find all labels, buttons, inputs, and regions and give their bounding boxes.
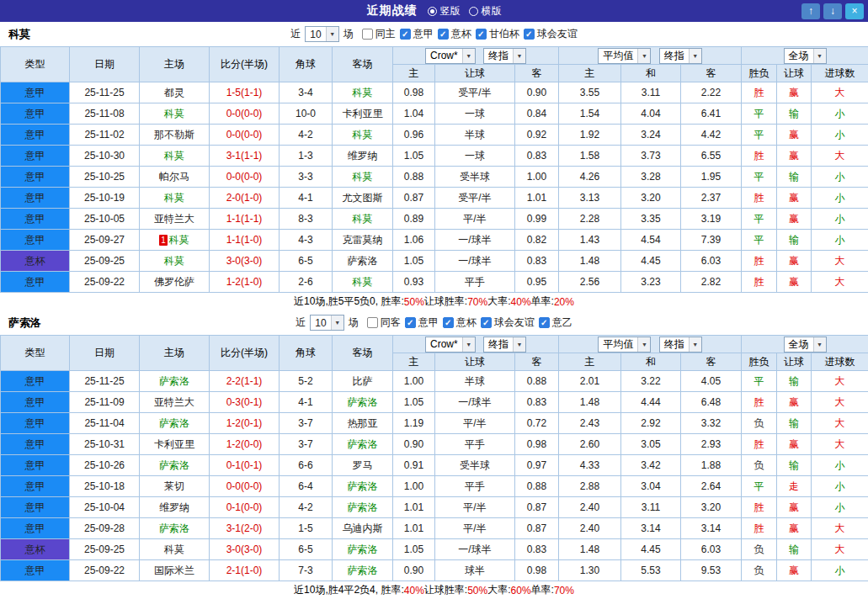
asian-home-odds-cell: 0.88 xyxy=(393,167,435,188)
summary-text: 单率: xyxy=(531,294,554,309)
handicap-result-cell: 赢 xyxy=(777,82,812,103)
date-cell: 25-11-25 xyxy=(70,82,140,103)
result-cell: 平 xyxy=(742,167,777,188)
corner-cell: 4-1 xyxy=(280,188,333,209)
col-euro-home: 主 xyxy=(559,65,621,82)
corner-cell: 4-2 xyxy=(280,125,333,146)
asian-handicap-cell: 平/半 xyxy=(435,497,515,518)
radio-icon[interactable] xyxy=(469,7,478,16)
checkbox-icon[interactable] xyxy=(400,29,411,40)
home-team-cell: 萨索洛 xyxy=(140,455,210,476)
asian-handicap-cell: 一球 xyxy=(435,103,515,125)
euro-final-select[interactable]: 终指 xyxy=(659,48,702,64)
euro-home-odds-cell: 1.58 xyxy=(559,146,621,167)
match-row: 意甲25-11-02那不勒斯0-0(0-0)4-2科莫0.96半球0.921.9… xyxy=(1,125,868,146)
col-home: 主场 xyxy=(140,47,210,82)
euro-away-odds-cell: 4.42 xyxy=(681,125,742,146)
asian-handicap-cell: 球半 xyxy=(435,560,515,581)
euro-draw-odds-cell: 3.14 xyxy=(621,518,681,539)
filter-option[interactable]: 球会友谊 xyxy=(481,315,535,330)
filter-option[interactable]: 同主 xyxy=(362,27,396,41)
filter-option[interactable]: 意杯 xyxy=(438,27,471,41)
checkbox-icon[interactable] xyxy=(443,317,454,328)
recent-count-select[interactable]: 10 xyxy=(305,26,338,42)
view-mode-radio[interactable]: 竖版 xyxy=(428,4,461,19)
checkbox-icon[interactable] xyxy=(481,317,492,328)
corner-cell: 10-0 xyxy=(280,103,333,125)
odds-company-select[interactable]: Crow* xyxy=(425,337,476,353)
score-cell: 2-2(1-1) xyxy=(210,371,280,392)
euro-home-odds-cell: 1.48 xyxy=(559,251,621,272)
checkbox-icon[interactable] xyxy=(405,317,416,328)
home-team-name: 维罗纳 xyxy=(159,501,189,513)
recent-label: 近 xyxy=(290,27,301,41)
league-filters: 同客意甲意杯球会友谊意乙 xyxy=(363,315,572,330)
move-up-button[interactable]: ↑ xyxy=(801,3,820,19)
goals-cell: 小 xyxy=(812,230,868,251)
asian-away-odds-cell: 0.98 xyxy=(515,560,559,581)
home-team-name: 亚特兰大 xyxy=(154,396,194,408)
filter-option[interactable]: 意乙 xyxy=(539,315,572,330)
handicap-result-cell: 赢 xyxy=(777,251,812,272)
move-down-button[interactable]: ↓ xyxy=(823,3,842,19)
filter-option[interactable]: 同客 xyxy=(367,315,401,330)
asian-home-odds-cell: 1.01 xyxy=(393,497,435,518)
match-row: 意甲25-11-04萨索洛1-2(0-1)3-7热那亚1.19平/半0.722.… xyxy=(1,413,868,434)
team-name: 科莫 xyxy=(8,27,30,42)
scope-select[interactable]: 全场 xyxy=(784,48,827,64)
match-row: 意甲25-09-22国际米兰2-1(1-0)7-3萨索洛0.90球半0.981.… xyxy=(1,560,868,581)
filter-option[interactable]: 球会友谊 xyxy=(524,27,578,41)
euro-average-select[interactable]: 平均值 xyxy=(598,337,651,353)
summary-text: 70% xyxy=(554,585,574,596)
asian-away-odds-cell: 0.83 xyxy=(515,146,559,167)
asian-away-odds-cell: 0.90 xyxy=(515,82,559,103)
euro-away-odds-cell: 9.53 xyxy=(681,560,742,581)
euro-average-select[interactable]: 平均值 xyxy=(598,48,651,64)
home-team-cell: 莱切 xyxy=(140,476,210,497)
away-team-name: 萨索洛 xyxy=(348,543,378,555)
checkbox-icon[interactable] xyxy=(438,29,449,40)
euro-away-odds-cell: 1.95 xyxy=(681,167,742,188)
filter-option[interactable]: 意杯 xyxy=(443,315,477,330)
league-cell: 意杯 xyxy=(1,539,70,560)
checkbox-icon[interactable] xyxy=(476,29,487,40)
recent-results-window: 近期战绩 竖版横版 ↑ ↓ × 科莫 近 10 场 同主意甲意杯甘伯杯球会友谊 xyxy=(0,0,868,615)
checkbox-icon[interactable] xyxy=(524,29,535,40)
euro-final-select[interactable]: 终指 xyxy=(659,337,702,353)
asian-final-select[interactable]: 终指 xyxy=(483,48,526,64)
radio-icon[interactable] xyxy=(428,7,437,16)
filter-option[interactable]: 意甲 xyxy=(400,27,434,41)
scope-select[interactable]: 全场 xyxy=(784,337,827,353)
euro-home-odds-cell: 1.48 xyxy=(559,392,621,413)
checkbox-icon[interactable] xyxy=(362,29,373,40)
odds-company-select[interactable]: Crow* xyxy=(425,48,476,64)
away-team-name: 科莫 xyxy=(353,213,373,225)
handicap-result-cell: 输 xyxy=(777,413,812,434)
recent-count-select[interactable]: 10 xyxy=(310,315,343,331)
handicap-result-cell: 输 xyxy=(777,539,812,560)
close-button[interactable]: × xyxy=(845,3,864,19)
home-team-cell: 科莫 xyxy=(140,539,210,560)
filter-option[interactable]: 甘伯杯 xyxy=(476,27,519,41)
asian-handicap-cell: 一/球半 xyxy=(435,539,515,560)
euro-away-odds-cell: 2.37 xyxy=(681,188,742,209)
score-cell: 1-2(0-0) xyxy=(210,434,280,455)
away-team-cell: 萨索洛 xyxy=(333,497,393,518)
score-cell: 0-0(0-0) xyxy=(210,103,280,125)
col-goals: 进球数 xyxy=(812,353,868,371)
asian-away-odds-cell: 0.83 xyxy=(515,392,559,413)
view-mode-radio[interactable]: 横版 xyxy=(469,4,502,19)
asian-final-select[interactable]: 终指 xyxy=(483,337,526,353)
chevron-down-icon xyxy=(813,337,826,352)
result-group: 全场 xyxy=(742,336,868,353)
chevron-down-icon xyxy=(689,49,701,63)
euro-home-odds-cell: 1.30 xyxy=(559,560,621,581)
col-type: 类型 xyxy=(1,47,70,82)
checkbox-icon[interactable] xyxy=(367,317,378,328)
league-cell: 意甲 xyxy=(1,434,70,455)
filter-option[interactable]: 意甲 xyxy=(405,315,439,330)
date-cell: 25-11-25 xyxy=(70,371,140,392)
col-euro-away: 客 xyxy=(681,65,742,82)
euro-home-odds-cell: 2.40 xyxy=(559,518,621,539)
checkbox-icon[interactable] xyxy=(539,317,550,328)
